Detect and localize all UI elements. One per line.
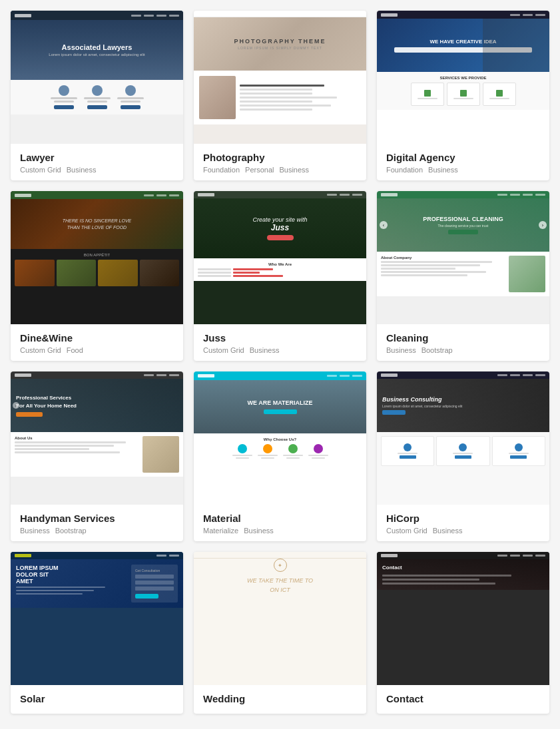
card-solar[interactable]: LOREM IPSUMDOLOR SITAMET Get Consultatio…	[11, 552, 183, 714]
card-tag: Business	[279, 166, 309, 174]
card-title: Material	[203, 513, 357, 524]
preview-juss: Create your site withJuss Who We Are	[194, 191, 366, 324]
card-cleaning[interactable]: PROFESSIONAL CLEANING The cleaning servi…	[377, 191, 549, 361]
card-info-photography: Photography Foundation Personal Business	[194, 144, 366, 180]
digi-hero-text: WE HAVE CREATIVE IDEA	[429, 39, 496, 45]
card-dine-wine[interactable]: THERE IS NO SINCERER LOVETHAN THE LOVE O…	[11, 191, 183, 361]
photo-thumb	[199, 76, 236, 119]
card-tags: Materialize Business	[203, 527, 357, 535]
card-tag: Food	[67, 346, 83, 354]
photo-hero-title: PHOTOGRAPHY THEME	[234, 38, 326, 45]
card-lawyer[interactable]: Associated Lawyers Lorem ipsum dolor sit…	[11, 11, 183, 180]
card-info-lawyer: Lawyer Custom Grid Business	[11, 144, 183, 180]
hand-hero-text: Professional ServicesFor All Your Home N…	[16, 394, 178, 409]
preview-contact: Contact	[377, 552, 549, 685]
card-tags: Custom Grid Business	[20, 166, 174, 174]
card-tag: Foundation	[386, 166, 423, 174]
card-tag: Business	[244, 527, 274, 535]
card-tag: Business	[67, 166, 97, 174]
photo-hero-sub: LOREM IPSUM IS SIMPLY DUMMY TEXT	[238, 46, 322, 50]
preview-handyman: Professional ServicesFor All Your Home N…	[11, 371, 183, 505]
wed-icon: ✦	[274, 559, 287, 572]
card-digital-agency[interactable]: WE HAVE CREATIVE IDEA SERVICES WE PROVID…	[377, 11, 549, 180]
card-tag: Bootstrap	[421, 346, 453, 354]
hi-hero-sub: Lorem ipsum dolor sit amet, consectetur …	[382, 404, 544, 408]
service-item	[84, 85, 111, 109]
card-title: Handyman Services	[20, 513, 174, 524]
card-title: Contact	[386, 693, 540, 704]
card-tags: Business Bootstrap	[386, 346, 540, 354]
card-tag: Custom Grid	[386, 527, 427, 535]
card-title: Wedding	[203, 693, 357, 704]
card-material[interactable]: WE ARE MATERIALIZE Why Choose Us? Materi…	[194, 371, 366, 541]
card-contact[interactable]: Contact Contact	[377, 552, 549, 714]
card-info-juss: Juss Custom Grid Business	[194, 324, 366, 361]
card-tags: Business Bootstrap	[20, 527, 174, 535]
card-title: Cleaning	[386, 332, 540, 344]
card-wedding[interactable]: ✦ WE TAKE THE TIME TOON ICT Wedding	[194, 552, 366, 714]
card-tag: Custom Grid	[20, 166, 61, 174]
dine-hero-text: THERE IS NO SINCERER LOVETHAN THE LOVE O…	[63, 218, 131, 231]
card-title: Juss	[203, 332, 357, 344]
card-info-handyman: Handyman Services Business Bootstrap	[11, 505, 183, 541]
wed-title: WE TAKE THE TIME TOON ICT	[247, 576, 313, 595]
card-tag: Business	[20, 527, 50, 535]
preview-digital: WE HAVE CREATIVE IDEA SERVICES WE PROVID…	[377, 11, 549, 144]
card-tags: Custom Grid Business	[203, 346, 357, 354]
card-info-contact: Contact	[377, 685, 549, 714]
photo-text-block	[240, 85, 361, 111]
card-juss[interactable]: Create your site withJuss Who We Are Jus…	[194, 191, 366, 361]
preview-photography: PHOTOGRAPHY THEME LOREM IPSUM IS SIMPLY …	[194, 11, 366, 144]
sol-title: LOREM IPSUMDOLOR SITAMET	[16, 565, 127, 585]
digi-services-title: SERVICES WE PROVIDE	[381, 76, 545, 80]
hand-about-title: About Us	[15, 436, 139, 440]
lawyer-hero-sub: Lorem ipsum dolor sit amet, consectetur …	[49, 53, 144, 57]
card-tag: Personal	[245, 166, 274, 174]
card-info-material: Material Materialize Business	[194, 505, 366, 541]
card-tag: Foundation	[203, 166, 240, 174]
card-tags: Custom Grid Business	[386, 527, 540, 535]
service-item	[51, 85, 77, 109]
preview-solar: LOREM IPSUMDOLOR SITAMET Get Consultatio…	[11, 552, 183, 685]
sol-form: Get Consultation	[131, 565, 178, 603]
card-title: Dine&Wine	[20, 332, 174, 344]
card-info-cleaning: Cleaning Business Bootstrap	[377, 324, 549, 361]
card-tag: Business	[250, 346, 280, 354]
card-tag: Business	[433, 527, 463, 535]
mat-hero-text: WE ARE MATERIALIZE	[248, 399, 313, 406]
card-info-digital: Digital Agency Foundation Business	[377, 144, 549, 180]
preview-lawyer: Associated Lawyers Lorem ipsum dolor sit…	[11, 11, 183, 144]
preview-wedding: ✦ WE TAKE THE TIME TOON ICT	[194, 552, 366, 685]
card-info-solar: Solar	[11, 685, 183, 714]
card-title: Photography	[203, 152, 357, 163]
card-info-dine: Dine&Wine Custom Grid Food	[11, 324, 183, 361]
preview-material: WE ARE MATERIALIZE Why Choose Us?	[194, 371, 366, 505]
clean-thumb	[509, 256, 545, 292]
card-tag: Custom Grid	[203, 346, 244, 354]
preview-hicorp: Business Consulting Lorem ipsum dolor si…	[377, 371, 549, 505]
card-title: HiCorp	[386, 513, 540, 524]
juss-hero-title: Create your site withJuss	[252, 216, 307, 232]
card-tag: Materialize	[203, 527, 238, 535]
theme-grid: Associated Lawyers Lorem ipsum dolor sit…	[0, 0, 560, 724]
hand-thumb	[142, 436, 179, 473]
card-tags: Custom Grid Food	[20, 346, 174, 354]
card-tag: Business	[386, 346, 416, 354]
card-tags: Foundation Business	[386, 166, 540, 174]
hi-hero-text: Business Consulting	[382, 396, 544, 403]
card-title: Lawyer	[20, 152, 174, 163]
preview-cleaning: PROFESSIONAL CLEANING The cleaning servi…	[377, 191, 549, 324]
card-title: Solar	[20, 693, 174, 704]
card-tags: Foundation Personal Business	[203, 166, 357, 174]
service-item	[117, 85, 144, 109]
lawyer-hero-title: Associated Lawyers	[62, 43, 133, 51]
card-hicorp[interactable]: Business Consulting Lorem ipsum dolor si…	[377, 371, 549, 541]
card-title: Digital Agency	[386, 152, 540, 163]
card-tag: Custom Grid	[20, 346, 61, 354]
preview-dine: THERE IS NO SINCERER LOVETHAN THE LOVE O…	[11, 191, 183, 324]
con-title: Contact	[382, 565, 544, 571]
dine-subtitle: BON APPÉTIT	[15, 253, 179, 257]
card-handyman[interactable]: Professional ServicesFor All Your Home N…	[11, 371, 183, 541]
card-photography[interactable]: PHOTOGRAPHY THEME LOREM IPSUM IS SIMPLY …	[194, 11, 366, 180]
card-tag: Business	[428, 166, 458, 174]
